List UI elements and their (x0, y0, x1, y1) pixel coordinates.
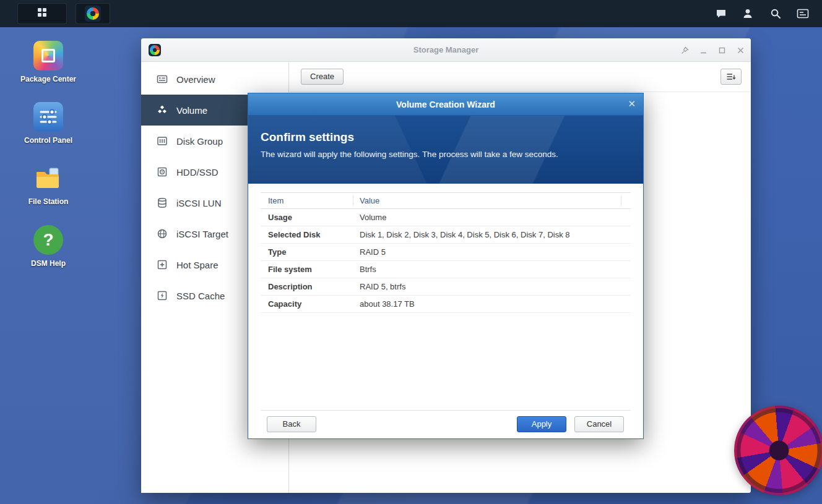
overview-icon (156, 73, 168, 85)
column-header-value: Value (353, 195, 621, 206)
volume-icon (156, 104, 168, 116)
widgets-icon (796, 7, 810, 20)
cancel-button[interactable]: Cancel (574, 416, 624, 432)
row-item: Description (261, 282, 353, 291)
table-row: Capacity about 38.17 TB (261, 296, 631, 313)
row-item: Capacity (261, 299, 353, 309)
dialog-close-icon[interactable]: ✕ (628, 99, 636, 108)
minimize-button[interactable] (699, 46, 707, 54)
step-subheading: The wizard will apply the following sett… (261, 150, 631, 159)
shortcut-label: DSM Help (19, 259, 78, 268)
window-controls (680, 38, 745, 62)
package-center-icon (33, 41, 63, 70)
shortcut-dsm-help[interactable]: DSM Help (19, 225, 78, 268)
sidebar-item-label: SSD Cache (176, 291, 225, 301)
create-button[interactable]: Create (301, 69, 344, 85)
shortcut-package-center[interactable]: Package Center (19, 41, 78, 84)
widgets-button[interactable] (792, 5, 813, 22)
sidebar-item-label: Disk Group (176, 136, 223, 147)
shortcut-label: File Station (19, 197, 78, 207)
row-value: RAID 5, btrfs (353, 282, 621, 291)
hdd-ssd-icon (156, 166, 168, 178)
table-row: Description RAID 5, btrfs (261, 278, 631, 296)
row-item: Type (261, 247, 353, 257)
control-panel-icon (33, 102, 63, 132)
dialog-header[interactable]: Volume Creation Wizard ✕ (248, 93, 643, 116)
apps-grid-icon (36, 6, 48, 21)
dialog-title: Volume Creation Wizard (248, 93, 643, 116)
row-item: Selected Disk (261, 230, 353, 239)
taskbar (0, 0, 822, 27)
sidebar-item-label: iSCSI Target (176, 229, 228, 239)
storage-manager-task-button[interactable] (76, 3, 110, 24)
ssd-cache-icon (156, 289, 168, 302)
file-station-icon (33, 163, 63, 193)
storage-manager-app-icon (85, 6, 101, 22)
kitguru-logo (734, 406, 822, 495)
search-button[interactable] (765, 5, 786, 22)
row-value: Disk 1, Disk 2, Disk 3, Disk 4, Disk 5, … (353, 230, 621, 239)
sidebar-item-label: HDD/SSD (176, 167, 218, 177)
row-value: Btrfs (353, 265, 621, 274)
table-row: File system Btrfs (261, 261, 631, 278)
hot-spare-icon (156, 258, 168, 271)
user-menu-button[interactable] (737, 5, 758, 22)
row-value: about 38.17 TB (353, 299, 621, 309)
toolbar: Create (290, 62, 751, 92)
apply-button[interactable]: Apply (517, 416, 566, 432)
column-header-item: Item (261, 195, 353, 206)
dialog-banner: Confirm settings The wizard will apply t… (248, 116, 643, 184)
footer-divider (261, 410, 631, 411)
table-header-row: Item Value (261, 192, 631, 209)
sidebar-item-label: iSCSI LUN (176, 198, 222, 208)
view-options-button[interactable] (720, 69, 742, 85)
desktop: Package Center Control Panel File Statio… (0, 0, 822, 504)
disk-group-icon (156, 135, 168, 147)
row-value: RAID 5 (353, 247, 621, 257)
sidebar-item-label: Overview (176, 74, 215, 85)
search-icon (769, 7, 782, 20)
table-row: Selected Disk Disk 1, Disk 2, Disk 3, Di… (261, 226, 631, 244)
user-icon (742, 7, 754, 20)
sidebar-item-overview[interactable]: Overview (141, 64, 288, 95)
shortcut-label: Control Panel (19, 136, 78, 145)
step-heading: Confirm settings (261, 130, 631, 144)
sidebar-item-label: Hot Spare (176, 260, 218, 270)
list-sort-icon (726, 72, 736, 81)
dsm-help-icon (33, 225, 63, 255)
window-titlebar[interactable]: Storage Manager (141, 38, 751, 62)
iscsi-target-icon (156, 228, 168, 240)
back-button[interactable]: Back (267, 416, 316, 432)
iscsi-lun-icon (156, 197, 168, 209)
volume-creation-wizard-dialog: Volume Creation Wizard ✕ Confirm setting… (248, 93, 644, 439)
row-item: File system (261, 265, 353, 274)
chat-icon (715, 7, 727, 20)
row-item: Usage (261, 213, 353, 222)
main-menu-button[interactable] (17, 3, 67, 24)
settings-table: Item Value Usage Volume Selected Disk Di… (261, 192, 631, 313)
pin-button[interactable] (680, 46, 689, 54)
maximize-button[interactable] (717, 46, 726, 54)
notifications-button[interactable] (711, 5, 732, 22)
window-title: Storage Manager (141, 38, 751, 62)
close-button[interactable] (736, 46, 745, 54)
table-row: Type RAID 5 (261, 244, 631, 261)
shortcut-label: Package Center (19, 75, 78, 84)
sidebar-item-label: Volume (176, 105, 207, 116)
row-value: Volume (353, 213, 621, 222)
table-row: Usage Volume (261, 209, 631, 226)
shortcut-file-station[interactable]: File Station (19, 163, 78, 207)
shortcut-control-panel[interactable]: Control Panel (19, 102, 78, 145)
